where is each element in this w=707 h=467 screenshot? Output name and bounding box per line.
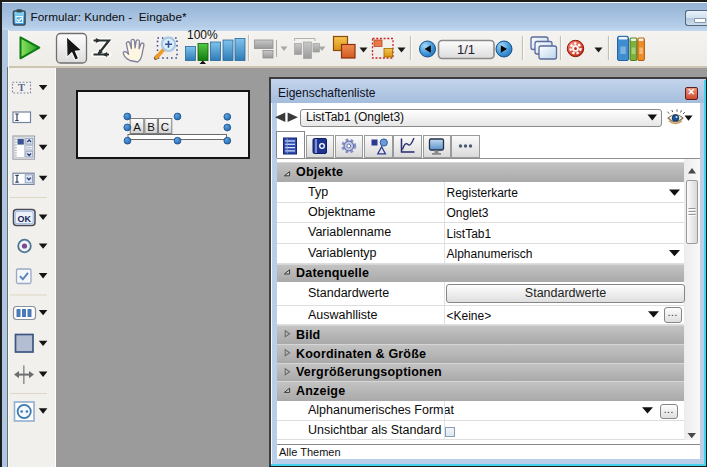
svg-text:T: T (18, 82, 25, 93)
svg-text:B: B (147, 121, 155, 133)
svg-text:1/1: 1/1 (457, 42, 475, 57)
svg-text:OK: OK (18, 214, 32, 224)
svg-text:A: A (133, 121, 141, 133)
svg-text:C: C (161, 121, 169, 133)
svg-text:100%: 100% (187, 28, 218, 42)
